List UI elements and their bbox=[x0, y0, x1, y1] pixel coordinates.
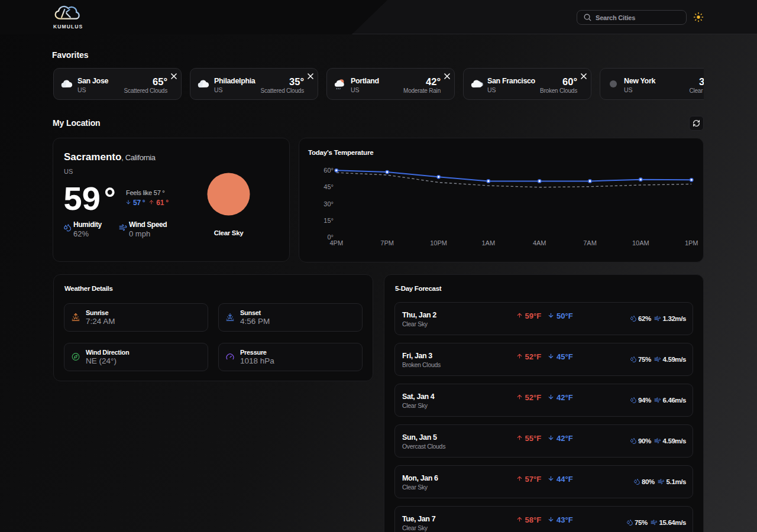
svg-text:4PM: 4PM bbox=[329, 239, 343, 246]
svg-text:15°: 15° bbox=[323, 217, 334, 224]
svg-text:60°: 60° bbox=[323, 167, 334, 174]
svg-text:1AM: 1AM bbox=[481, 239, 495, 246]
svg-text:45°: 45° bbox=[323, 183, 334, 190]
svg-text:7PM: 7PM bbox=[380, 239, 394, 246]
svg-text:1PM: 1PM bbox=[685, 239, 698, 246]
svg-text:4AM: 4AM bbox=[533, 239, 546, 246]
svg-text:10AM: 10AM bbox=[632, 239, 649, 246]
svg-text:30°: 30° bbox=[323, 200, 334, 207]
svg-text:7AM: 7AM bbox=[583, 239, 597, 246]
svg-text:10PM: 10PM bbox=[430, 239, 447, 246]
